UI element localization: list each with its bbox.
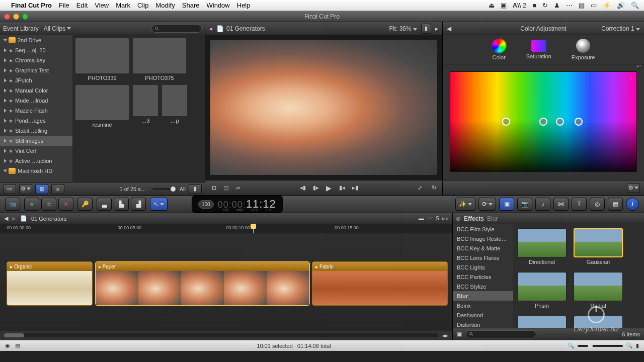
generators-browser-icon[interactable]: ◎ — [590, 198, 605, 211]
tree-item[interactable]: ★Chroma-key — [0, 55, 72, 65]
enhance-menu-icon[interactable]: ✨ — [455, 198, 475, 211]
exposure-tab[interactable]: Exposure — [572, 39, 595, 60]
photos-browser-icon[interactable]: 📷 — [517, 198, 532, 211]
tree-item[interactable]: ★Active …uction — [0, 156, 72, 166]
menu-window[interactable]: Window — [207, 2, 230, 9]
timeline-history-back-icon[interactable]: ◀ — [4, 215, 8, 222]
effect-thumb[interactable] — [517, 316, 567, 328]
tray-icon[interactable]: ↻ — [542, 2, 548, 9]
back-icon[interactable]: ◂ — [209, 25, 212, 32]
tree-item[interactable]: ★Pond…ages — [0, 116, 72, 126]
tree-item[interactable]: 2nd Drive — [0, 35, 72, 45]
menu-edit[interactable]: Edit — [76, 2, 88, 9]
effects-category[interactable]: BCC Film Style — [453, 224, 513, 234]
reject-x-icon[interactable]: ✕ — [58, 198, 73, 211]
viewer-canvas[interactable] — [205, 35, 442, 180]
clip-thumb[interactable]: …p — [162, 85, 187, 128]
tree-item[interactable]: ★Seq …oj. 20 — [0, 45, 72, 55]
menu-view[interactable]: View — [95, 2, 109, 9]
zoom-out-icon[interactable]: 🔍 — [568, 342, 575, 349]
effects-category[interactable]: BCC Particles — [453, 272, 513, 282]
tree-item[interactable]: ★JPutch — [0, 75, 72, 85]
next-edit-icon[interactable]: ▸▮ — [351, 184, 360, 193]
fit-dropdown[interactable]: Fit: 36% — [389, 25, 417, 32]
fullscreen-icon[interactable]: ⤢ — [415, 184, 424, 193]
favorite-star-icon[interactable]: ★ — [24, 198, 39, 211]
transitions-browser-icon[interactable]: ⋈ — [553, 198, 569, 211]
timeline-clip[interactable]: ▸ Fabric — [312, 261, 448, 306]
menu-share[interactable]: Share — [182, 2, 200, 9]
timeline-clip[interactable]: ▸ Organic — [7, 261, 93, 306]
insert-clip-icon[interactable]: ▙ — [114, 198, 129, 211]
keyword-icon[interactable]: 🔑 — [77, 198, 93, 211]
inspector-settings-icon[interactable]: ⚙ — [627, 183, 640, 193]
tray-icon[interactable]: ⚡ — [603, 2, 611, 9]
prev-frame-icon[interactable]: ◂▮ — [298, 184, 307, 193]
color-puck[interactable] — [556, 118, 564, 126]
menu-help[interactable]: Help — [237, 2, 251, 9]
tree-item[interactable]: ★Mode…ilroad — [0, 96, 72, 106]
clip-thumb[interactable]: …3 — [133, 85, 158, 128]
effect-thumb[interactable]: Prism — [517, 272, 567, 309]
import-icon[interactable]: 📹 — [5, 198, 20, 211]
solo-icon[interactable]: S — [436, 215, 439, 222]
tray-icon[interactable]: ⏏ — [489, 2, 495, 9]
spotlight-icon[interactable]: 🔍 — [631, 2, 639, 9]
tray-icon[interactable]: ▣ — [501, 2, 507, 9]
effects-category[interactable]: Boinx — [453, 301, 513, 310]
tray-icon[interactable]: ▤ — [579, 2, 585, 9]
retime-menu-icon[interactable]: ⟳ — [478, 198, 496, 211]
prev-edit-icon[interactable]: ▮◂ — [338, 184, 347, 193]
loop-icon[interactable]: ↻ — [429, 184, 438, 193]
clip-appearance-icon[interactable]: ▮ — [189, 184, 202, 194]
viewer-next-icon[interactable]: ▸ — [435, 25, 438, 32]
effects-search-input[interactable] — [466, 330, 536, 338]
effects-category[interactable]: Dashwood — [453, 310, 513, 320]
effects-category[interactable]: Blur — [453, 291, 513, 301]
effects-category[interactable]: Distortion — [453, 320, 513, 328]
tree-item[interactable]: ★Stabil…olling — [0, 126, 72, 136]
zoom-slider[interactable] — [578, 345, 623, 347]
effect-thumb[interactable]: Radial — [574, 272, 623, 309]
view-mode-grid-icon[interactable]: ▦ — [35, 184, 48, 194]
tray-icon[interactable]: 🔊 — [617, 2, 625, 9]
effects-category[interactable]: BCC Image Resto… — [453, 234, 513, 243]
clip-thumb[interactable]: PHOTO375 — [133, 38, 186, 81]
next-frame-icon[interactable]: ▮▸ — [311, 184, 320, 193]
effect-thumb[interactable]: Directional — [517, 228, 567, 265]
clip-appearance-icon[interactable]: ▮ — [636, 342, 639, 349]
index-icon[interactable]: ▤ — [15, 342, 20, 349]
inspector-toggle-icon[interactable]: i — [626, 198, 639, 211]
music-browser-icon[interactable]: ♪ — [535, 198, 550, 211]
append-clip-icon[interactable]: ▟ — [131, 198, 146, 211]
timeline-history-fwd-icon[interactable]: ▶ — [12, 215, 16, 222]
themes-browser-icon[interactable]: ▦ — [608, 198, 623, 211]
effects-category[interactable]: BCC Lights — [453, 262, 513, 272]
snap-icon[interactable]: ▹◃ — [442, 215, 448, 222]
menu-mark[interactable]: Mark — [116, 2, 130, 9]
timeline-clip[interactable]: ▸ Paper — [95, 261, 310, 306]
timeline-scrollbar[interactable] — [4, 333, 438, 337]
play-icon[interactable]: ▶ — [325, 184, 334, 193]
correction-dropdown[interactable]: Correction 1 — [601, 25, 640, 32]
gear-menu-icon[interactable]: ⚙ — [19, 184, 32, 194]
color-puck[interactable] — [539, 118, 547, 126]
window-close-button[interactable] — [4, 14, 10, 20]
tree-item[interactable]: ★Muzzle Flash — [0, 106, 72, 116]
filmstrip-toggle-icon[interactable]: ▭ — [3, 184, 16, 194]
clip-thumb[interactable]: resmine — [75, 85, 129, 128]
tree-item[interactable]: ★Manual Color — [0, 85, 72, 96]
color-tab[interactable]: Color — [492, 39, 506, 60]
add-puck-icon[interactable]: + — [629, 74, 633, 82]
color-board[interactable]: + — [450, 71, 637, 172]
timeline-scroll-right-icon[interactable]: ▸ — [445, 332, 448, 339]
app-menu[interactable]: Final Cut Pro — [11, 2, 52, 9]
tree-item[interactable]: ★Still images — [0, 136, 72, 146]
unrate-star-icon[interactable]: ☆ — [41, 198, 56, 211]
tray-icon[interactable]: ♟ — [554, 2, 560, 9]
zoom-in-icon[interactable]: 🔍 — [626, 342, 633, 349]
viewer-display-icon[interactable]: ▮ — [421, 24, 431, 34]
distort-icon[interactable]: ▱ — [233, 184, 243, 193]
view-mode-list-icon[interactable]: ≡ — [51, 184, 64, 194]
effects-lib-icon[interactable]: ▣ — [457, 331, 462, 337]
